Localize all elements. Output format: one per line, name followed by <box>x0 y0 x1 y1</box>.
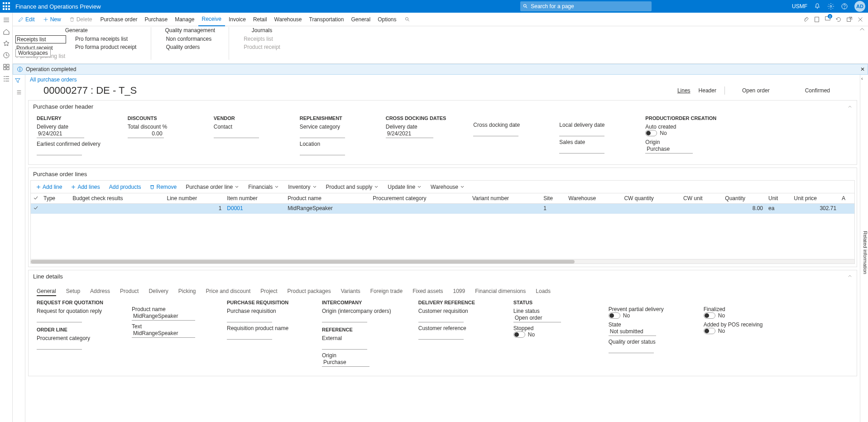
svg-line-1 <box>526 7 527 8</box>
app-launcher-icon[interactable] <box>3 2 11 10</box>
search-icon <box>523 4 528 9</box>
top-bar: Finance and Operations Preview USMF AD <box>0 0 868 13</box>
action-tab-receive[interactable]: Receive <box>198 13 225 13</box>
app-title: Finance and Operations Preview <box>15 3 101 10</box>
new-button[interactable]: New <box>39 13 65 13</box>
bell-icon[interactable] <box>814 3 821 10</box>
action-tab-transportation[interactable]: Transportation <box>306 13 348 13</box>
help-icon[interactable] <box>841 3 848 10</box>
action-tab-warehouse[interactable]: Warehouse <box>271 13 306 13</box>
delete-button[interactable]: Delete <box>66 13 96 13</box>
svg-point-2 <box>817 8 818 9</box>
action-tab-invoice[interactable]: Invoice <box>225 13 249 13</box>
edit-button[interactable]: Edit <box>14 13 38 13</box>
user-avatar[interactable]: AD <box>854 1 865 12</box>
action-tab-options[interactable]: Options <box>374 13 400 13</box>
action-tab-retail[interactable]: Retail <box>249 13 271 13</box>
svg-point-3 <box>830 5 832 7</box>
company-code[interactable]: USMF <box>792 3 807 10</box>
action-tab-purchase[interactable]: Purchase <box>141 13 171 13</box>
gear-icon[interactable] <box>827 3 834 10</box>
action-tab-manage[interactable]: Manage <box>171 13 198 13</box>
svg-point-5 <box>844 8 844 8</box>
svg-point-0 <box>523 5 526 7</box>
search-input[interactable] <box>531 3 649 10</box>
action-tab-general[interactable]: General <box>347 13 374 13</box>
action-tab-purchase-order[interactable]: Purchase order <box>96 13 141 13</box>
global-search[interactable] <box>520 1 652 11</box>
